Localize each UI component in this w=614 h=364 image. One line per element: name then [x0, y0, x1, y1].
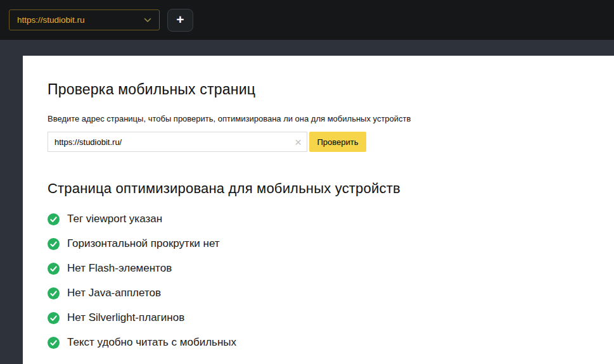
check-list-item: Нет Flash-элементов — [48, 262, 595, 275]
site-selector-dropdown[interactable]: https://studiobit.ru — [9, 9, 160, 30]
check-label: Нет Flash-элементов — [67, 262, 172, 275]
top-header-bar: https://studiobit.ru + — [0, 0, 614, 40]
clear-input-icon[interactable]: × — [295, 136, 302, 148]
check-list-item: Тег viewport указан — [48, 213, 595, 225]
check-list: Тег viewport указан Горизонтальной прокр… — [48, 213, 595, 349]
chevron-down-icon — [144, 18, 151, 23]
success-check-icon — [48, 263, 60, 275]
content-card: Проверка мобильных страниц Введите адрес… — [23, 56, 614, 364]
success-check-icon — [48, 337, 60, 349]
url-input-wrap: × — [48, 132, 307, 152]
check-list-item: Нет Java-апплетов — [48, 287, 595, 299]
check-label: Нет Java-апплетов — [67, 287, 161, 299]
page-subtitle: Введите адрес страницы, чтобы проверить,… — [48, 114, 595, 123]
check-list-item: Горизонтальной прокрутки нет — [48, 237, 595, 250]
success-check-icon — [48, 312, 60, 324]
url-input[interactable] — [48, 132, 307, 151]
success-check-icon — [48, 213, 60, 225]
site-selector-value: https://studiobit.ru — [17, 15, 139, 25]
check-list-item: Нет Silverlight-плагинов — [48, 311, 595, 324]
check-label: Горизонтальной прокрутки нет — [67, 237, 220, 250]
success-check-icon — [48, 287, 60, 299]
add-site-button[interactable]: + — [167, 9, 193, 32]
check-label: Тег viewport указан — [67, 213, 162, 225]
check-label: Текст удобно читать с мобильных — [67, 336, 236, 349]
check-list-item: Текст удобно читать с мобильных — [48, 336, 595, 349]
check-label: Нет Silverlight-плагинов — [67, 311, 184, 324]
check-button[interactable]: Проверить — [309, 132, 366, 152]
success-check-icon — [48, 238, 60, 250]
result-heading: Страница оптимизирована для мобильных ус… — [48, 180, 595, 197]
url-check-form: × Проверить — [48, 132, 595, 152]
page-title: Проверка мобильных страниц — [48, 81, 595, 98]
